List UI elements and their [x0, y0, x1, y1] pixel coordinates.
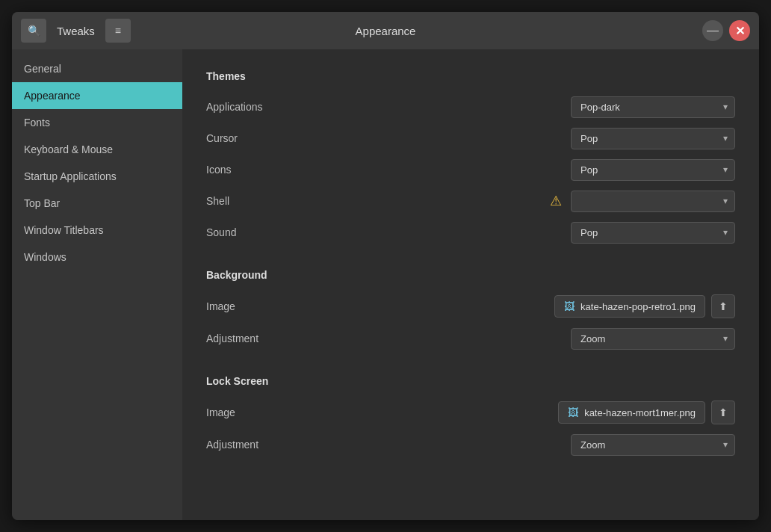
sidebar-item-appearance[interactable]: Appearance [12, 82, 182, 109]
background-section-title: Background [206, 269, 735, 281]
background-section: Background Image 🖼 kate-hazen-pop-retro1… [206, 269, 735, 354]
lock-screen-section: Lock Screen Image 🖼 kate-hazen-mort1mer.… [206, 375, 735, 460]
lockscreen-image-control: 🖼 kate-hazen-mort1mer.png ⬆ [558, 400, 735, 424]
shell-control: ⚠ Pop Adwaita [550, 191, 735, 212]
background-adjustment-control: Zoom Stretch Fit Centered Spanned [571, 328, 735, 350]
background-upload-button[interactable]: ⬆ [711, 294, 735, 318]
lockscreen-file-icon: 🖼 [568, 406, 578, 418]
row-shell: Shell ⚠ Pop Adwaita [206, 185, 735, 217]
cursor-dropdown-wrapper: Pop Adwaita DMZ-Black [571, 128, 735, 149]
sidebar-item-fonts[interactable]: Fonts [12, 109, 182, 136]
lock-screen-section-title: Lock Screen [206, 375, 735, 387]
row-sound: Sound Pop Adwaita freedesktop [206, 217, 735, 248]
shell-label: Shell [206, 195, 550, 207]
background-adjustment-label: Adjustment [206, 332, 571, 344]
sidebar-item-startup-applications[interactable]: Startup Applications [12, 163, 182, 190]
background-adjustment-wrapper: Zoom Stretch Fit Centered Spanned [571, 328, 735, 350]
themes-section-title: Themes [206, 70, 735, 82]
lockscreen-filename: kate-hazen-mort1mer.png [584, 407, 696, 418]
menu-button[interactable]: ≡ [105, 19, 131, 43]
main-panel: Themes Applications Pop-dark Pop Adwaita… [182, 49, 759, 520]
icons-control: Pop Adwaita hicolor [571, 159, 735, 181]
sound-label: Sound [206, 226, 571, 238]
search-icon: 🔍 [28, 25, 40, 37]
titlebar-center: Appearance [185, 25, 586, 37]
row-background-image: Image 🖼 kate-hazen-pop-retro1.png ⬆ [206, 290, 735, 323]
lockscreen-image-label: Image [206, 406, 558, 418]
shell-dropdown-wrapper: Pop Adwaita [571, 191, 735, 212]
minimize-button[interactable]: — [702, 20, 723, 41]
titlebar-left: 🔍 Tweaks ≡ [21, 19, 185, 43]
lockscreen-adjustment-label: Adjustment [206, 439, 571, 451]
search-button[interactable]: 🔍 [21, 19, 46, 43]
shell-warning-icon: ⚠ [550, 193, 562, 209]
minimize-icon: — [707, 25, 719, 37]
sound-dropdown-wrapper: Pop Adwaita freedesktop [571, 222, 735, 244]
sidebar-item-keyboard-mouse[interactable]: Keyboard & Mouse [12, 136, 182, 163]
sidebar-item-top-bar[interactable]: Top Bar [12, 190, 182, 217]
row-icons: Icons Pop Adwaita hicolor [206, 154, 735, 185]
applications-dropdown[interactable]: Pop-dark Pop Adwaita Adwaita-dark [571, 96, 735, 118]
cursor-label: Cursor [206, 132, 571, 144]
row-applications: Applications Pop-dark Pop Adwaita Adwait… [206, 91, 735, 123]
background-adjustment-dropdown[interactable]: Zoom Stretch Fit Centered Spanned [571, 328, 735, 350]
close-button[interactable]: ✕ [729, 20, 750, 41]
applications-label: Applications [206, 101, 571, 113]
themes-section: Themes Applications Pop-dark Pop Adwaita… [206, 70, 735, 248]
icons-dropdown[interactable]: Pop Adwaita hicolor [571, 159, 735, 181]
row-lockscreen-adjustment: Adjustment Zoom Stretch Fit Centered Spa… [206, 429, 735, 460]
menu-icon: ≡ [115, 25, 121, 37]
window-title: Appearance [356, 25, 416, 37]
close-icon: ✕ [735, 24, 745, 38]
lockscreen-upload-button[interactable]: ⬆ [711, 400, 735, 424]
sound-dropdown[interactable]: Pop Adwaita freedesktop [571, 222, 735, 244]
background-filename: kate-hazen-pop-retro1.png [580, 301, 696, 312]
cursor-control: Pop Adwaita DMZ-Black [571, 128, 735, 149]
background-image-label: Image [206, 300, 554, 312]
lockscreen-adjustment-dropdown[interactable]: Zoom Stretch Fit Centered Spanned [571, 434, 735, 456]
shell-dropdown[interactable]: Pop Adwaita [571, 191, 735, 212]
sidebar-item-window-titlebars[interactable]: Window Titlebars [12, 217, 182, 244]
icons-dropdown-wrapper: Pop Adwaita hicolor [571, 159, 735, 181]
main-window: 🔍 Tweaks ≡ Appearance — ✕ General Appear… [12, 12, 759, 520]
background-file-icon: 🖼 [564, 300, 575, 312]
row-lockscreen-image: Image 🖼 kate-hazen-mort1mer.png ⬆ [206, 396, 735, 429]
cursor-dropdown[interactable]: Pop Adwaita DMZ-Black [571, 128, 735, 149]
app-name: Tweaks [49, 25, 102, 37]
sidebar-item-general[interactable]: General [12, 55, 182, 82]
sidebar: General Appearance Fonts Keyboard & Mous… [12, 49, 182, 520]
background-image-display: 🖼 kate-hazen-pop-retro1.png [554, 295, 705, 318]
row-background-adjustment: Adjustment Zoom Stretch Fit Centered Spa… [206, 323, 735, 354]
lockscreen-adjustment-control: Zoom Stretch Fit Centered Spanned [571, 434, 735, 456]
sound-control: Pop Adwaita freedesktop [571, 222, 735, 244]
titlebar-right: — ✕ [586, 20, 750, 41]
applications-dropdown-wrapper: Pop-dark Pop Adwaita Adwaita-dark [571, 96, 735, 118]
row-cursor: Cursor Pop Adwaita DMZ-Black [206, 123, 735, 154]
background-image-control: 🖼 kate-hazen-pop-retro1.png ⬆ [554, 294, 735, 318]
applications-control: Pop-dark Pop Adwaita Adwaita-dark [571, 96, 735, 118]
titlebar: 🔍 Tweaks ≡ Appearance — ✕ [12, 12, 759, 49]
lockscreen-image-display: 🖼 kate-hazen-mort1mer.png [558, 401, 705, 424]
sidebar-item-windows[interactable]: Windows [12, 244, 182, 270]
icons-label: Icons [206, 164, 571, 176]
content-area: General Appearance Fonts Keyboard & Mous… [12, 49, 759, 520]
lockscreen-adjustment-wrapper: Zoom Stretch Fit Centered Spanned [571, 434, 735, 456]
